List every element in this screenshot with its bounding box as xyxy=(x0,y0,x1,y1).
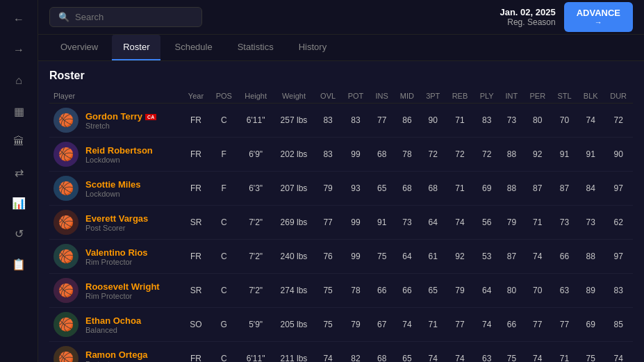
stat-mid: 64 xyxy=(394,240,420,274)
stat-dur: 97 xyxy=(604,172,633,206)
stat-ply: 69 xyxy=(474,172,499,206)
player-height: 7'2" xyxy=(238,206,274,240)
stat-3pt: 64 xyxy=(420,206,446,240)
stat-ovl: 77 xyxy=(314,206,341,240)
stat-reb: 72 xyxy=(446,138,474,172)
stat-int: 75 xyxy=(499,342,524,363)
player-cell: 🏀 Everett Vargas Post Scorer xyxy=(49,206,182,240)
sidebar: ← → ⌂ ▦ 🏛 ⇄ 📊 ↺ 📋 xyxy=(0,0,38,362)
stat-int: 88 xyxy=(499,138,524,172)
table-row[interactable]: 🏀 Gordon TerryCA Stretch FR C 6'11" 257 … xyxy=(49,104,633,138)
search-input[interactable] xyxy=(75,12,193,22)
stat-per: 74 xyxy=(524,240,552,274)
stat-int: 73 xyxy=(499,104,524,138)
col-weight: Weight xyxy=(274,89,315,104)
search-box[interactable]: 🔍 xyxy=(49,7,202,27)
stat-mid: 73 xyxy=(394,206,420,240)
advance-label: ADVANCE xyxy=(577,8,620,18)
stat-pot: 83 xyxy=(342,104,370,138)
stat-ovl: 76 xyxy=(314,240,341,274)
col-ply: PLY xyxy=(474,89,499,104)
stat-pot: 78 xyxy=(342,274,370,308)
table-row[interactable]: 🏀 Everett Vargas Post Scorer SR C 7'2" 2… xyxy=(49,206,633,240)
player-cell: 🏀 Roosevelt Wright Rim Protector xyxy=(49,274,182,308)
col-reb: REB xyxy=(446,89,474,104)
player-weight: 205 lbs xyxy=(274,308,315,342)
roster-content: Roster Player Year POS Height Weight OVL… xyxy=(38,61,644,362)
player-weight: 274 lbs xyxy=(274,274,315,308)
stat-per: 80 xyxy=(524,104,552,138)
table-icon[interactable]: ▦ xyxy=(6,99,31,124)
history-icon[interactable]: ↺ xyxy=(6,221,31,246)
col-mid: MID xyxy=(394,89,420,104)
stat-per: 71 xyxy=(524,206,552,240)
table-row[interactable]: 🏀 Valentino Rios Rim Protector FR C 7'2"… xyxy=(49,240,633,274)
player-year: FR xyxy=(182,172,210,206)
stat-blk: 91 xyxy=(577,138,604,172)
stat-reb: 71 xyxy=(446,172,474,206)
stat-blk: 73 xyxy=(577,206,604,240)
main-content: 🔍 Jan. 02, 2025 Reg. Season ADVANCE → Ov… xyxy=(38,0,644,362)
back-icon[interactable]: ← xyxy=(6,7,31,32)
player-pos: C xyxy=(210,342,238,363)
stat-int: 80 xyxy=(499,274,524,308)
chart-icon[interactable]: 📊 xyxy=(6,190,31,215)
table-row[interactable]: 🏀 Reid Robertson Lockdown FR F 6'9" 202 … xyxy=(49,138,633,172)
stat-dur: 74 xyxy=(604,342,633,363)
player-pos: G xyxy=(210,308,238,342)
col-per: PER xyxy=(524,89,552,104)
player-height: 5'9" xyxy=(238,308,274,342)
stat-ply: 63 xyxy=(474,342,499,363)
stat-per: 77 xyxy=(524,308,552,342)
table-row[interactable]: 🏀 Ethan Ochoa Balanced SO G 5'9" 205 lbs… xyxy=(49,308,633,342)
advance-button[interactable]: ADVANCE → xyxy=(564,2,633,32)
home-icon[interactable]: ⌂ xyxy=(6,68,31,93)
player-weight: 269 lbs xyxy=(274,206,315,240)
stat-blk: 74 xyxy=(577,104,604,138)
tab-overview[interactable]: Overview xyxy=(49,35,109,60)
col-ins: INS xyxy=(370,89,394,104)
bank-icon[interactable]: 🏛 xyxy=(6,129,31,154)
stat-ply: 53 xyxy=(474,240,499,274)
stat-ins: 67 xyxy=(370,308,394,342)
stat-blk: 88 xyxy=(577,240,604,274)
stat-blk: 69 xyxy=(577,308,604,342)
stat-3pt: 68 xyxy=(420,172,446,206)
tab-schedule[interactable]: Schedule xyxy=(163,35,223,60)
stat-mid: 74 xyxy=(394,308,420,342)
player-cell: 🏀 Ramon Ortega Protector xyxy=(49,342,182,363)
stat-dur: 83 xyxy=(604,274,633,308)
stat-stl: 70 xyxy=(552,104,577,138)
stat-3pt: 74 xyxy=(420,342,446,363)
stat-per: 70 xyxy=(524,274,552,308)
tab-roster[interactable]: Roster xyxy=(112,35,160,60)
stat-stl: 77 xyxy=(552,308,577,342)
tab-history[interactable]: History xyxy=(288,35,338,60)
table-row[interactable]: 🏀 Ramon Ortega Protector FR C 6'11" 211 … xyxy=(49,342,633,363)
player-weight: 211 lbs xyxy=(274,342,315,363)
forward-icon[interactable]: → xyxy=(6,38,31,63)
stat-reb: 79 xyxy=(446,274,474,308)
player-cell: 🏀 Ethan Ochoa Balanced xyxy=(49,308,182,342)
player-year: SO xyxy=(182,308,210,342)
player-year: FR xyxy=(182,342,210,363)
player-cell: 🏀 Valentino Rios Rim Protector xyxy=(49,240,182,274)
table-row[interactable]: 🏀 Scottie Miles Lockdown FR F 6'3" 207 l… xyxy=(49,172,633,206)
tab-statistics[interactable]: Statistics xyxy=(226,35,285,60)
stat-stl: 87 xyxy=(552,172,577,206)
col-stl: STL xyxy=(552,89,577,104)
nav-tabs: Overview Roster Schedule Statistics Hist… xyxy=(38,35,644,61)
player-pos: F xyxy=(210,138,238,172)
player-pos: C xyxy=(210,240,238,274)
stat-pot: 99 xyxy=(342,206,370,240)
trade-icon[interactable]: ⇄ xyxy=(6,160,31,185)
stat-3pt: 72 xyxy=(420,138,446,172)
stat-pot: 82 xyxy=(342,342,370,363)
stat-ins: 66 xyxy=(370,274,394,308)
player-year: SR xyxy=(182,206,210,240)
notes-icon[interactable]: 📋 xyxy=(6,252,31,277)
player-pos: C xyxy=(210,274,238,308)
stat-per: 87 xyxy=(524,172,552,206)
stat-ins: 68 xyxy=(370,342,394,363)
table-row[interactable]: 🏀 Roosevelt Wright Rim Protector SR C 7'… xyxy=(49,274,633,308)
